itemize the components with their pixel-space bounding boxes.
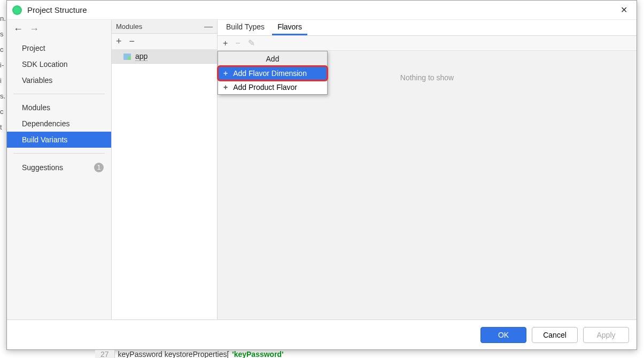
sidebar-item-label: SDK Location (22, 60, 68, 68)
sidebar-item-project[interactable]: Project (7, 40, 111, 56)
dialog-body: ← → Project SDK Location Variables Modul… (7, 20, 637, 319)
tab-build-types[interactable]: Build Types (221, 20, 270, 35)
sidebar-item-label: Suggestions (22, 163, 63, 172)
modules-header-label: Modules (116, 22, 142, 31)
popup-item-add-flavor-dimension[interactable]: + Add Flavor Dimension (218, 66, 327, 80)
collapse-icon[interactable]: — (204, 22, 213, 32)
dialog-footer: OK Cancel Apply (7, 319, 637, 349)
sidebar-item-variables[interactable]: Variables (7, 72, 111, 88)
add-module-icon[interactable]: + (116, 36, 122, 47)
sidebar-item-build-variants[interactable]: Build Variants (7, 132, 111, 148)
sidebar: ← → Project SDK Location Variables Modul… (7, 20, 112, 319)
sidebar-separator (13, 153, 105, 154)
project-structure-dialog: Project Structure ✕ ← → Project SDK Loca… (6, 0, 637, 350)
sidebar-item-sdk-location[interactable]: SDK Location (7, 56, 111, 72)
sidebar-item-modules[interactable]: Modules (7, 100, 111, 116)
sidebar-separator (13, 94, 105, 94)
plus-icon: + (223, 83, 228, 92)
apply-button: Apply (583, 327, 629, 343)
sidebar-item-label: Dependencies (22, 119, 70, 128)
tabs: Build Types Flavors (218, 20, 637, 36)
background-editor-gutter: n.sci-is.ct (0, 0, 6, 358)
nav-forward-icon: → (29, 24, 39, 35)
sidebar-item-label: Variables (22, 76, 52, 85)
sidebar-item-label: Build Variants (22, 135, 67, 144)
flavors-content: Add + Add Flavor Dimension + Add Product… (218, 51, 637, 319)
remove-module-icon[interactable]: − (129, 36, 135, 47)
module-item-app[interactable]: app (112, 50, 217, 64)
android-studio-icon (12, 5, 22, 15)
popup-item-add-product-flavor[interactable]: + Add Product Flavor (218, 80, 327, 94)
main-panel: Build Types Flavors + − ✎ Add + Add Flav… (218, 20, 637, 319)
popup-item-label: Add Flavor Dimension (233, 69, 307, 78)
popup-header: Add (218, 51, 327, 66)
edit-flavor-icon: ✎ (248, 38, 255, 48)
plus-icon: + (223, 69, 228, 78)
tab-flavors[interactable]: Flavors (272, 20, 307, 35)
dialog-titlebar: Project Structure ✕ (7, 1, 637, 20)
dialog-title: Project Structure (27, 5, 616, 14)
modules-panel: Modules — + − app (112, 20, 218, 319)
flavor-toolbar: + − ✎ (218, 36, 637, 51)
sidebar-item-label: Project (22, 44, 45, 52)
line-number: 27 (95, 350, 115, 359)
popup-item-label: Add Product Flavor (233, 83, 297, 92)
sidebar-item-dependencies[interactable]: Dependencies (7, 116, 111, 132)
module-item-label: app (135, 52, 148, 61)
close-icon[interactable]: ✕ (616, 3, 631, 18)
cancel-button[interactable]: Cancel (532, 327, 578, 343)
add-flavor-icon[interactable]: + (223, 39, 228, 48)
suggestions-count-badge: 1 (94, 163, 104, 172)
code-text: keyPassword keystoreProperties[ (118, 350, 229, 359)
remove-flavor-icon: − (235, 39, 240, 48)
modules-toolbar: + − (112, 34, 217, 50)
sidebar-item-suggestions[interactable]: Suggestions 1 (7, 159, 111, 176)
code-string: 'keyPassword' (232, 350, 283, 359)
nav-history: ← → (7, 20, 111, 38)
modules-header: Modules — (112, 20, 217, 34)
module-folder-icon (123, 54, 131, 60)
sidebar-item-label: Modules (22, 103, 50, 112)
background-editor-line: 27 keyPassword keystoreProperties[ 'keyP… (95, 350, 284, 358)
add-popup: Add + Add Flavor Dimension + Add Product… (218, 51, 328, 95)
ok-button[interactable]: OK (480, 327, 526, 343)
nav-back-icon[interactable]: ← (13, 24, 23, 35)
empty-message: Nothing to show (400, 73, 454, 82)
